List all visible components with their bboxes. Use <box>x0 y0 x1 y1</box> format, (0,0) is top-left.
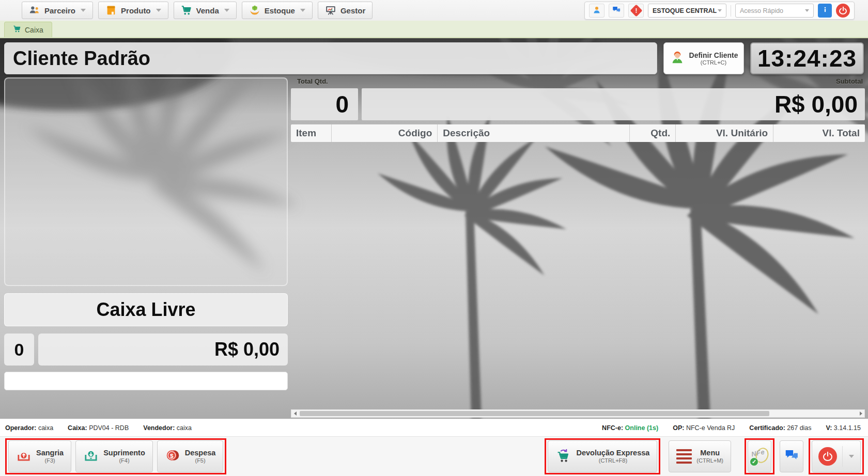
register-state-label: Caixa Livre <box>96 299 195 321</box>
cash-out-icon <box>16 448 32 465</box>
menu-gestor-label: Gestor <box>340 6 365 15</box>
expense-coin-icon: $ <box>165 448 180 465</box>
menu-parceiro[interactable]: Parceiro <box>22 2 93 19</box>
product-box-icon <box>105 5 117 16</box>
status-op: OP: NFC-e Venda RJ <box>673 424 735 432</box>
col-item: Item <box>291 124 331 142</box>
statusbar: Operador: caixa Caixa: PDV04 - RDB Vende… <box>0 419 868 436</box>
top-right-toolbar: ! ESTOQUE CENTRAL Acesso Rápido <box>584 2 855 20</box>
chevron-down-icon <box>805 9 809 12</box>
stock-hands-icon <box>249 5 260 16</box>
cash-operations-highlight: Sangria(F3) Suprimento(F4) $ Despesa(F5) <box>5 438 226 474</box>
clock: 13:24:23 <box>750 42 864 74</box>
define-customer-shortcut: (CTRL+C) <box>689 59 738 66</box>
status-seller: Vendedor: caixa <box>143 424 192 432</box>
despesa-label: Despesa <box>185 449 216 457</box>
define-customer-label: Definir Cliente <box>689 51 738 59</box>
subtotal-label: Subtotal <box>836 77 863 87</box>
partners-icon <box>29 5 40 16</box>
col-vl-total: Vl. Total <box>773 124 865 142</box>
nfe-status-button[interactable]: NFe ✓ <box>748 440 771 472</box>
suprimento-button[interactable]: Suprimento(F4) <box>75 440 153 472</box>
col-qtd: Qtd. <box>629 124 675 142</box>
customer-name: Cliente Padrão <box>13 47 150 70</box>
menu-gestor[interactable]: Gestor <box>318 2 373 19</box>
main-area: Cliente Padrão Definir Cliente (CTRL+C) … <box>0 38 868 419</box>
nfe-highlight: NFe ✓ <box>745 438 774 474</box>
customer-avatar-icon <box>670 50 685 67</box>
chat-bubbles-icon <box>612 5 621 17</box>
quick-access-select[interactable]: Acesso Rápido <box>735 4 814 18</box>
item-display-area <box>4 77 288 286</box>
menu-produto[interactable]: Produto <box>98 2 168 19</box>
exit-button[interactable] <box>812 440 861 472</box>
cash-in-icon <box>83 448 99 465</box>
horizontal-scrollbar[interactable] <box>291 409 865 418</box>
current-quantity-box: 0 <box>4 334 34 366</box>
customer-name-bar: Cliente Padrão <box>4 42 657 74</box>
col-vl-unitario: Vl. Unitário <box>675 124 773 142</box>
user-profile-button[interactable] <box>589 4 605 18</box>
menu-estoque-label: Estoque <box>265 6 295 15</box>
sale-panel: Total Qtd. Subtotal 0 R$ 0,00 Item Códig… <box>291 77 865 418</box>
chevron-down-icon <box>81 9 86 12</box>
store-select[interactable]: ESTOQUE CENTRAL <box>648 4 726 18</box>
scrollbar-thumb[interactable] <box>300 411 769 416</box>
items-table-header: Item Código Descrição Qtd. Vl. Unitário … <box>291 124 865 142</box>
subtotal-value: R$ 0,00 <box>362 88 865 120</box>
define-customer-button[interactable]: Definir Cliente (CTRL+C) <box>663 42 744 74</box>
power-icon <box>839 7 847 14</box>
alert-diamond-icon: ! <box>630 4 642 17</box>
dashboard-board-icon <box>325 5 336 16</box>
info-button[interactable] <box>818 4 832 18</box>
hamburger-menu-icon <box>676 449 692 464</box>
actionbar: Sangria(F3) Suprimento(F4) $ Despesa(F5) <box>0 436 868 476</box>
left-panel: Caixa Livre 0 R$ 0,00 <box>4 77 288 390</box>
devolucao-shortcut: (CTRL+F8) <box>577 457 650 464</box>
status-nfce: NFC-e: Online (1s) <box>602 424 658 432</box>
messages-button[interactable] <box>609 4 624 18</box>
register-state-box: Caixa Livre <box>4 293 288 326</box>
chevron-down-icon <box>300 9 305 12</box>
sale-items-area <box>291 142 865 408</box>
exit-options-caret[interactable] <box>849 455 854 458</box>
total-qty-value: 0 <box>291 88 358 120</box>
menu-venda-label: Venda <box>196 6 219 15</box>
sangria-button[interactable]: Sangria(F3) <box>8 440 71 472</box>
total-qty-label: Total Qtd. <box>297 77 328 87</box>
cart-icon <box>13 25 21 35</box>
check-icon: ✓ <box>750 457 758 466</box>
menubar-items: Parceiro Produto Venda <box>22 2 373 19</box>
cart-icon <box>181 5 192 16</box>
tab-caixa[interactable]: Caixa <box>4 22 52 37</box>
devolucao-expressa-button[interactable]: Devolução Expressa(CTRL+F8) <box>548 440 658 472</box>
menu-venda[interactable]: Venda <box>174 2 237 19</box>
alerts-button[interactable]: ! <box>628 4 644 18</box>
status-certificate: Certificado: 267 dias <box>749 424 811 432</box>
support-chat-button[interactable] <box>780 440 803 472</box>
tab-caixa-label: Caixa <box>25 26 43 34</box>
devolucao-highlight: Devolução Expressa(CTRL+F8) <box>545 438 661 474</box>
nfe-stamp-icon: NFe ✓ <box>751 448 768 465</box>
chat-bubbles-icon <box>784 448 799 465</box>
menu-estoque[interactable]: Estoque <box>242 2 313 19</box>
logout-button[interactable] <box>836 4 850 18</box>
exit-highlight <box>809 438 864 474</box>
pdv-app: Parceiro Produto Venda <box>0 0 868 476</box>
product-code-input[interactable] <box>4 372 288 390</box>
col-descricao: Descrição <box>437 124 629 142</box>
chevron-down-icon <box>718 9 722 12</box>
menu-button[interactable]: Menu(CTRL+M) <box>669 440 731 472</box>
menubar: Parceiro Produto Venda <box>0 0 868 21</box>
chevron-down-icon <box>224 9 229 12</box>
menu-parceiro-label: Parceiro <box>44 6 75 15</box>
devolucao-label: Devolução Expressa <box>577 449 650 457</box>
despesa-button[interactable]: $ Despesa(F5) <box>157 440 224 472</box>
scroll-right-arrow[interactable] <box>857 410 864 417</box>
menu-label: Menu <box>696 449 723 457</box>
power-icon <box>818 447 837 466</box>
current-amount-box: R$ 0,00 <box>38 334 288 366</box>
suprimento-shortcut: (F4) <box>103 457 145 464</box>
tabbar: Caixa <box>0 21 868 38</box>
scroll-left-arrow[interactable] <box>291 410 299 417</box>
